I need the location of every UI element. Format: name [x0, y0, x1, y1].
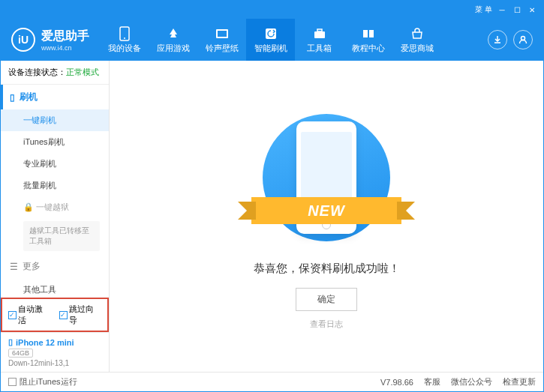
- titlebar: 菜 单 ─ ☐ ✕: [1, 1, 543, 19]
- success-message: 恭喜您，保资料刷机成功啦！: [254, 262, 400, 276]
- sidebar-onekey-flash[interactable]: 一键刷机: [1, 109, 109, 131]
- nav-apps[interactable]: 应用游戏: [149, 19, 197, 61]
- download-button[interactable]: [488, 30, 507, 49]
- nav-tutorials[interactable]: 教程中心: [344, 19, 392, 61]
- wechat-link[interactable]: 微信公众号: [451, 376, 492, 388]
- nav-toolbox[interactable]: 工具箱: [295, 19, 344, 61]
- svg-rect-4: [266, 28, 276, 39]
- ok-button[interactable]: 确定: [296, 288, 357, 311]
- close-icon[interactable]: ✕: [527, 4, 537, 15]
- nav-ringtones[interactable]: 铃声壁纸: [197, 19, 246, 61]
- device-firmware: Down-12mini-13,1: [8, 359, 101, 367]
- new-ribbon: NEW: [251, 197, 401, 224]
- status-value: 正常模式: [66, 67, 99, 76]
- skip-setup-checkbox[interactable]: ✓跳过向导: [59, 304, 101, 326]
- version-label: V7.98.66: [380, 378, 413, 387]
- menu-icon: ☰: [10, 262, 18, 272]
- svg-rect-5: [314, 31, 325, 38]
- sidebar-itunes-flash[interactable]: iTunes刷机: [1, 131, 109, 153]
- check-update-link[interactable]: 检查更新: [503, 376, 536, 388]
- brand-logo-icon: iU: [11, 28, 35, 52]
- maximize-icon[interactable]: ☐: [512, 4, 522, 15]
- header: iU 爱思助手 www.i4.cn 我的设备 应用游戏 铃声壁纸 智能刷机 工具…: [1, 19, 543, 61]
- user-button[interactable]: [513, 30, 533, 49]
- nav-my-device[interactable]: 我的设备: [100, 19, 149, 61]
- book-icon: [361, 26, 376, 41]
- main-nav: 我的设备 应用游戏 铃声壁纸 智能刷机 工具箱 教程中心 爱思商城: [100, 19, 441, 61]
- menu-label[interactable]: 菜 单: [475, 4, 492, 15]
- brand-name: 爱思助手: [41, 28, 89, 44]
- sidebar-jailbreak[interactable]: 🔒 一键越狱: [1, 196, 109, 218]
- phone-icon: [117, 26, 132, 41]
- brand-url: www.i4.cn: [41, 44, 89, 52]
- nav-store[interactable]: 爱思商城: [392, 19, 441, 61]
- sidebar-batch-flash[interactable]: 批量刷机: [1, 175, 109, 196]
- support-link[interactable]: 客服: [424, 376, 440, 388]
- store-icon: [410, 26, 425, 41]
- toolbox-icon: [312, 26, 327, 41]
- svg-rect-6: [317, 29, 322, 31]
- main-content: NEW 恭喜您，保资料刷机成功啦！ 确定 查看日志: [110, 61, 543, 372]
- sidebar-other-tools[interactable]: 其他工具: [1, 279, 109, 298]
- svg-rect-3: [218, 31, 227, 37]
- sidebar-pro-flash[interactable]: 专业刷机: [1, 153, 109, 175]
- footer: 阻止iTunes运行 V7.98.66 客服 微信公众号 检查更新: [1, 372, 543, 391]
- device-phone-icon: ▯: [8, 337, 13, 347]
- sidebar: 设备连接状态：正常模式 ▯刷机 一键刷机 iTunes刷机 专业刷机 批量刷机 …: [1, 61, 110, 372]
- apps-icon: [166, 26, 181, 41]
- success-illustration: NEW: [259, 103, 394, 253]
- app-window: 菜 单 ─ ☐ ✕ iU 爱思助手 www.i4.cn 我的设备 应用游戏 铃声…: [0, 0, 544, 392]
- brand: iU 爱思助手 www.i4.cn: [1, 28, 100, 52]
- lock-icon: 🔒: [23, 202, 34, 211]
- auto-activate-checkbox[interactable]: ✓自动激活: [8, 304, 50, 326]
- svg-point-1: [124, 37, 125, 39]
- refresh-icon: [263, 26, 278, 41]
- connection-status: 设备连接状态：正常模式: [1, 61, 109, 85]
- svg-point-7: [521, 37, 525, 40]
- sidebar-flash[interactable]: ▯刷机: [1, 85, 109, 109]
- jailbreak-note: 越狱工具已转移至工具箱: [23, 221, 100, 251]
- block-itunes-checkbox[interactable]: 阻止iTunes运行: [8, 376, 77, 388]
- minimize-icon[interactable]: ─: [497, 4, 507, 15]
- options-highlighted: ✓自动激活 ✓跳过向导: [1, 298, 109, 332]
- view-log-link[interactable]: 查看日志: [310, 319, 343, 330]
- phone-small-icon: ▯: [10, 92, 15, 103]
- nav-flash[interactable]: 智能刷机: [246, 19, 295, 61]
- device-capacity: 64GB: [8, 349, 33, 358]
- wallpaper-icon: [215, 26, 230, 41]
- device-info[interactable]: ▯iPhone 12 mini 64GB Down-12mini-13,1: [1, 332, 109, 372]
- sidebar-more[interactable]: ☰更多: [1, 254, 109, 279]
